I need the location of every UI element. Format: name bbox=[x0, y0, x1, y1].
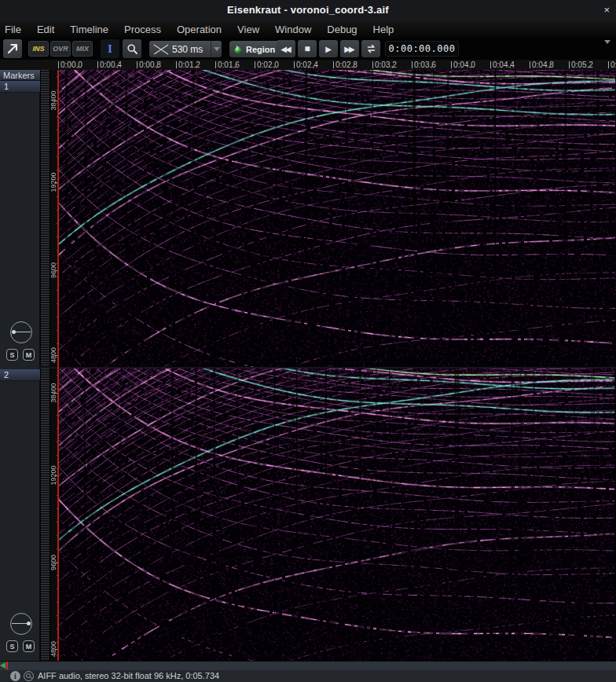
menu-operation[interactable]: Operation bbox=[177, 24, 222, 35]
spectrogram-channel-2[interactable] bbox=[59, 368, 616, 661]
play-button[interactable]: ▶ bbox=[319, 40, 338, 57]
status-bar: i AIFF audio, stereo 32-bit float 96 kHz… bbox=[0, 670, 616, 682]
time-display[interactable]: 0:00:00.000 bbox=[385, 41, 459, 57]
window-title: Eisenkraut - voronoi_coord-3.aif bbox=[0, 4, 616, 16]
magnifier-icon bbox=[126, 43, 138, 55]
crossfade-icon bbox=[153, 44, 169, 55]
cursor-arrow-icon bbox=[6, 42, 19, 55]
horizontal-scrollbar[interactable] bbox=[0, 661, 616, 670]
blend-dropdown-arrow[interactable] bbox=[211, 41, 222, 57]
loop-icon bbox=[365, 44, 377, 53]
chevron-down-icon bbox=[214, 47, 220, 51]
pointer-tool-button[interactable] bbox=[3, 39, 22, 58]
pan-knob-channel-1[interactable] bbox=[10, 321, 32, 343]
track-label-1[interactable]: 1 bbox=[0, 81, 40, 93]
scroll-left-arrow-icon[interactable] bbox=[0, 662, 6, 669]
knob-dot bbox=[27, 622, 31, 625]
vertical-zoom-scrollbar-channel-1[interactable] bbox=[40, 70, 50, 367]
menu-process[interactable]: Process bbox=[124, 24, 161, 35]
ibeam-icon: I bbox=[108, 42, 112, 56]
track-header-panel: Markers 1 2 S M S M bbox=[0, 70, 40, 661]
triangle-down-icon bbox=[604, 40, 610, 57]
blend-time-dropdown[interactable]: 530 ms bbox=[149, 41, 222, 57]
solo-button-channel-2[interactable]: S bbox=[6, 640, 18, 652]
main-area: Markers 1 2 S M S M 384001920096004800 3… bbox=[0, 70, 616, 661]
vertical-zoom-scrollbar-channel-2[interactable] bbox=[40, 368, 50, 661]
ibeam-tool-button[interactable]: I bbox=[101, 39, 119, 58]
close-icon[interactable]: × bbox=[603, 4, 610, 16]
menu-window[interactable]: Window bbox=[275, 24, 311, 35]
menu-view[interactable]: View bbox=[237, 24, 259, 35]
timeline-ruler[interactable]: 0:00.00:00.40:00.80:01.20:01.60:02.00:02… bbox=[0, 60, 616, 71]
overwrite-mode-button[interactable]: OVR bbox=[50, 41, 71, 57]
mute-button-channel-1[interactable]: M bbox=[23, 349, 35, 361]
zoom-tool-button[interactable] bbox=[123, 39, 141, 58]
eisenkraut-window: Eisenkraut - voronoi_coord-3.aif × File … bbox=[0, 0, 616, 682]
channel-divider bbox=[40, 367, 616, 368]
fast-forward-button[interactable]: ▶▶ bbox=[340, 40, 359, 57]
file-info-text: AIFF audio, stereo 32-bit float 96 kHz, … bbox=[38, 671, 219, 680]
catch-region-label: Region bbox=[246, 45, 275, 54]
info-icon[interactable]: i bbox=[10, 671, 20, 681]
markers-panel-header: Markers bbox=[0, 70, 40, 81]
menu-file[interactable]: File bbox=[5, 24, 21, 35]
knob-dot bbox=[12, 330, 16, 334]
menu-bar: File Edit Timeline Process Operation Vie… bbox=[0, 20, 616, 38]
pan-knob-channel-2[interactable] bbox=[10, 613, 32, 635]
catch-region-button[interactable]: Region bbox=[229, 41, 280, 57]
rewind-button[interactable]: ◀◀ bbox=[277, 40, 295, 57]
menu-edit[interactable]: Edit bbox=[37, 24, 54, 35]
track-label-2[interactable]: 2 bbox=[0, 369, 40, 381]
menu-help[interactable]: Help bbox=[373, 24, 394, 35]
scroll-position-marker bbox=[6, 662, 8, 669]
status-magnifier-icon[interactable] bbox=[24, 671, 34, 681]
solo-button-channel-1[interactable]: S bbox=[6, 349, 18, 361]
mute-button-channel-2[interactable]: M bbox=[23, 640, 35, 652]
timeline-menu-arrow[interactable] bbox=[604, 44, 610, 58]
spectrogram-channel-1[interactable] bbox=[59, 70, 616, 367]
stop-button[interactable]: ■ bbox=[298, 40, 317, 57]
catch-icon bbox=[233, 45, 243, 54]
playback-cursor[interactable] bbox=[57, 70, 59, 661]
toolbar: INS OVR MIX I 530 ms Region bbox=[0, 38, 616, 60]
title-bar: Eisenkraut - voronoi_coord-3.aif × bbox=[0, 0, 616, 20]
loop-button[interactable] bbox=[361, 40, 380, 57]
menu-timeline[interactable]: Timeline bbox=[70, 24, 108, 35]
insert-mode-button[interactable]: INS bbox=[28, 41, 49, 57]
blend-time-value: 530 ms bbox=[172, 44, 211, 55]
mix-mode-button[interactable]: MIX bbox=[72, 41, 93, 57]
menu-debug[interactable]: Debug bbox=[327, 24, 357, 35]
